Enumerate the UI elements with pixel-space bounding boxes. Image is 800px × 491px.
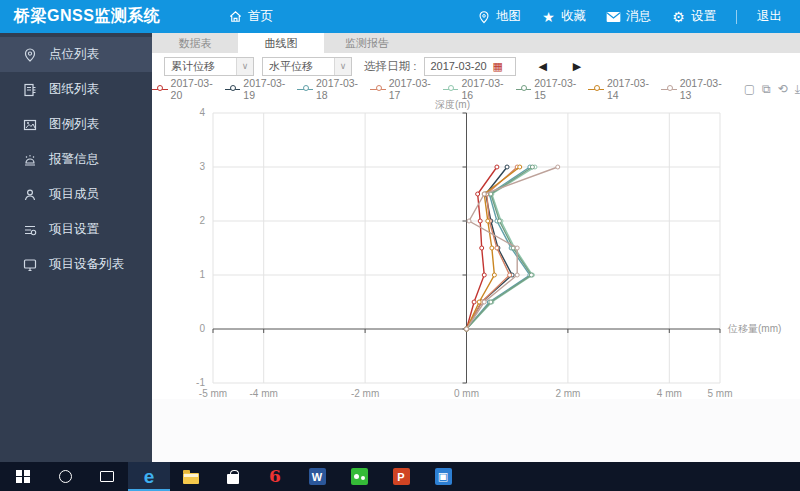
date-input[interactable] <box>425 60 491 72</box>
sidebar-item-项目设备列表[interactable]: 项目设备列表 <box>0 247 152 282</box>
sidebar-item-图例列表[interactable]: 图例列表 <box>0 107 152 142</box>
svg-text:深度(m): 深度(m) <box>435 99 470 110</box>
svg-text:4 mm: 4 mm <box>657 388 682 399</box>
svg-text:-4 mm: -4 mm <box>250 388 278 399</box>
svg-text:2 mm: 2 mm <box>555 388 580 399</box>
edge-browser-icon[interactable]: e <box>128 462 170 491</box>
map-pin-icon <box>476 9 491 24</box>
svg-text:2: 2 <box>199 215 205 226</box>
sidebar-item-图纸列表[interactable]: 图纸列表 <box>0 72 152 107</box>
tab-数据表[interactable]: 数据表 <box>152 33 238 53</box>
svg-text:-2 mm: -2 mm <box>351 388 379 399</box>
project-settings-icon <box>22 222 38 238</box>
download-icon[interactable]: ⤓ <box>795 83 800 95</box>
header-action-消息[interactable]: 消息 <box>606 8 651 25</box>
displacement-type-select[interactable]: 累计位移 ∨ <box>164 57 254 76</box>
direction-select[interactable]: 水平位移 ∨ <box>262 57 352 76</box>
legend-marker-icon <box>661 85 677 93</box>
word-icon[interactable]: W <box>296 462 338 491</box>
file-explorer-icon[interactable] <box>170 462 212 491</box>
legend-item-2017-03-20[interactable]: 2017-03-20 <box>152 77 215 101</box>
direction-value: 水平位移 <box>263 59 334 74</box>
chevron-down-icon: ∨ <box>236 58 253 75</box>
calendar-icon: ▦ <box>492 60 502 73</box>
legend-marker-icon <box>588 85 604 93</box>
chart-legend: 2017-03-202017-03-192017-03-182017-03-17… <box>152 79 800 99</box>
location-pin-icon <box>22 47 38 63</box>
gear-icon: ⚙ <box>671 9 686 24</box>
svg-text:0: 0 <box>199 323 205 334</box>
windows-start-icon[interactable] <box>2 462 44 491</box>
cortana-icon[interactable] <box>44 462 86 491</box>
app-window: 桥梁GNSS监测系统 首页 地图★收藏消息⚙设置退出 点位列表图纸列表图例列表报… <box>0 0 800 491</box>
legend-marker-icon <box>516 85 532 93</box>
tab-曲线图[interactable]: 曲线图 <box>238 33 324 53</box>
nav-home[interactable]: 首页 <box>228 8 273 25</box>
svg-text:位移量(mm): 位移量(mm) <box>727 323 781 334</box>
legend-item-2017-03-13[interactable]: 2017-03-13 <box>661 77 724 101</box>
svg-text:-5 mm: -5 mm <box>199 388 227 399</box>
tab-监测报告[interactable]: 监测报告 <box>324 33 410 53</box>
svg-text:1: 1 <box>199 269 205 280</box>
windows-taskbar: e6WP▣ <box>0 462 800 491</box>
top-header: 桥梁GNSS监测系统 首页 地图★收藏消息⚙设置退出 <box>0 0 800 33</box>
task-view-icon[interactable] <box>86 462 128 491</box>
legend-item-2017-03-14[interactable]: 2017-03-14 <box>588 77 651 101</box>
next-day-button[interactable]: ▶ <box>573 60 581 73</box>
logout-button[interactable]: 退出 <box>757 8 782 25</box>
legend-marker-icon <box>443 85 459 93</box>
legend-marker-icon <box>225 85 241 93</box>
svg-text:-1: -1 <box>196 377 205 388</box>
header-action-收藏[interactable]: ★收藏 <box>541 8 586 25</box>
wechat-icon[interactable] <box>338 462 380 491</box>
svg-text:3: 3 <box>199 161 205 172</box>
legend-item-2017-03-15[interactable]: 2017-03-15 <box>516 77 579 101</box>
chart-canvas: -5 mm-4 mm-2 mm0 mm2 mm4 mm5 mm43210-1深度… <box>152 99 800 399</box>
header-actions: 地图★收藏消息⚙设置退出 <box>476 8 800 25</box>
home-icon <box>228 9 243 24</box>
powerpoint-icon[interactable]: P <box>380 462 422 491</box>
sidebar-item-点位列表[interactable]: 点位列表 <box>0 37 152 72</box>
image-legend-icon <box>22 117 38 133</box>
tab-bar: 数据表曲线图监测报告 <box>152 33 800 53</box>
header-action-设置[interactable]: ⚙设置 <box>671 8 716 25</box>
main-content: 数据表曲线图监测报告 累计位移 ∨ 水平位移 ∨ 选择日期 : ▦ ◀ ▶ <box>152 33 800 462</box>
line-chart: -5 mm-4 mm-2 mm0 mm2 mm4 mm5 mm43210-1深度… <box>152 99 800 399</box>
prev-day-button[interactable]: ◀ <box>538 60 546 73</box>
star-icon: ★ <box>541 9 556 24</box>
device-list-icon <box>22 257 38 273</box>
legend-item-2017-03-16[interactable]: 2017-03-16 <box>443 77 506 101</box>
content-whitespace <box>152 399 800 462</box>
svg-text:5 mm: 5 mm <box>708 388 733 399</box>
sidebar-item-报警信息[interactable]: 报警信息 <box>0 142 152 177</box>
sidebar-item-项目成员[interactable]: 项目成员 <box>0 177 152 212</box>
displacement-type-value: 累计位移 <box>165 59 236 74</box>
box-zoom-icon[interactable]: ▢ <box>744 83 755 95</box>
chart-toolbox: ▢⧉⟲⤓ <box>744 83 800 95</box>
chevron-down-icon: ∨ <box>334 58 351 75</box>
mail-icon <box>606 9 621 24</box>
legend-item-2017-03-19[interactable]: 2017-03-19 <box>225 77 288 101</box>
date-picker[interactable]: ▦ <box>424 57 516 76</box>
alarm-icon <box>22 152 38 168</box>
sidebar: 点位列表图纸列表图例列表报警信息项目成员项目设置项目设备列表 <box>0 33 152 462</box>
legend-item-2017-03-17[interactable]: 2017-03-17 <box>370 77 433 101</box>
drawing-sheet-icon <box>22 82 38 98</box>
browser-360-icon[interactable]: 6 <box>254 462 296 491</box>
zoom-reset-icon[interactable]: ⧉ <box>762 83 771 95</box>
member-icon <box>22 187 38 203</box>
legend-item-2017-03-18[interactable]: 2017-03-18 <box>297 77 360 101</box>
header-action-地图[interactable]: 地图 <box>476 8 521 25</box>
blue-app-icon[interactable]: ▣ <box>422 462 464 491</box>
refresh-icon[interactable]: ⟲ <box>778 83 788 95</box>
svg-text:4: 4 <box>199 107 205 118</box>
legend-marker-icon <box>152 85 168 93</box>
legend-marker-icon <box>297 85 313 93</box>
header-divider <box>736 10 737 24</box>
nav-home-label: 首页 <box>248 8 273 25</box>
legend-marker-icon <box>370 85 386 93</box>
app-title: 桥梁GNSS监测系统 <box>0 6 200 27</box>
store-icon[interactable] <box>212 462 254 491</box>
filter-controls: 累计位移 ∨ 水平位移 ∨ 选择日期 : ▦ ◀ ▶ <box>152 53 800 79</box>
sidebar-item-项目设置[interactable]: 项目设置 <box>0 212 152 247</box>
